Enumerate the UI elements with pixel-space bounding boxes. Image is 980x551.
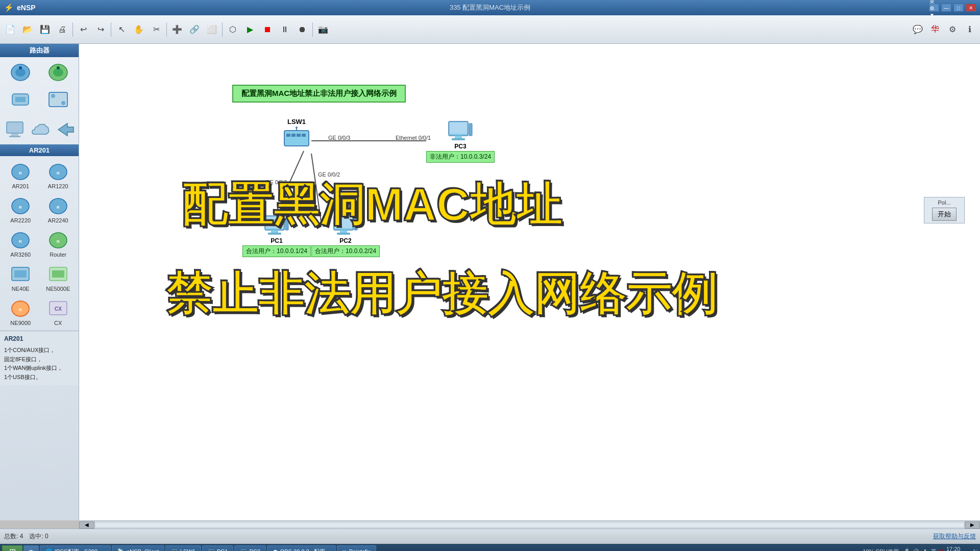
- toolbar-info[interactable]: ℹ: [962, 21, 978, 38]
- svg-point-9: [51, 94, 55, 98]
- sidebar-item-router[interactable]: R Router: [40, 227, 77, 260]
- sidebar-item-generic4[interactable]: [40, 87, 77, 112]
- node-lsw1[interactable]: LSW1: [283, 118, 310, 150]
- sidebar-extra-row: [0, 115, 79, 144]
- sidebar-item-arrow[interactable]: [54, 117, 78, 142]
- taskbar-item-pointofix[interactable]: ✏ Pointofix: [337, 545, 376, 551]
- toolbar: 📄 📂 💾 🖨 ↩ ↪ ↖ ✋ ✂ ➕ 🔗 ⬜ ⬡ ▶ ⏹ ⏸ ⏺ 📷 💬 华 …: [0, 15, 980, 44]
- close-button[interactable]: ✕: [966, 4, 976, 12]
- sidebar-item-ar2220[interactable]: R AR2220: [3, 193, 39, 226]
- toolbar-save[interactable]: 💾: [37, 21, 53, 38]
- toolbar-pointer[interactable]: ↖: [113, 21, 130, 38]
- lsw1-task-label: LSW1: [180, 548, 195, 551]
- toolbar-huawei[interactable]: 华: [927, 21, 943, 38]
- maximize-button[interactable]: □: [953, 4, 964, 12]
- status-help-link[interactable]: 获取帮助与反馈: [933, 532, 976, 541]
- toolbar-undo[interactable]: ↩: [75, 21, 91, 38]
- svg-text:R: R: [19, 308, 22, 312]
- scroll-right[interactable]: ▶: [965, 521, 980, 529]
- pol-title: Pol...: [938, 199, 950, 206]
- taskbar-lang[interactable]: 英: [931, 548, 937, 552]
- canvas[interactable]: 配置黑洞MAC地址禁止非法用户接入网络示例 LSW1: [79, 44, 980, 520]
- toolbar-topology[interactable]: ⬡: [225, 21, 241, 38]
- toolbar-select[interactable]: ⬜: [204, 21, 220, 38]
- sidebar-item-ar3260[interactable]: R AR3260: [3, 227, 39, 260]
- menu-button[interactable]: 菜单▼: [929, 4, 939, 12]
- scroll-left[interactable]: ◀: [79, 521, 94, 529]
- horizontal-scrollbar[interactable]: ◀ ▶: [79, 520, 980, 529]
- pc1-label: PC1: [271, 237, 282, 244]
- toolbar-redo[interactable]: ↪: [92, 21, 109, 38]
- taskbar-network-icon[interactable]: 🖧: [922, 548, 928, 551]
- sidebar-item-generic2[interactable]: [40, 60, 77, 85]
- toolbar-settings[interactable]: ⚙: [944, 21, 961, 38]
- sidebar-item-pc[interactable]: [3, 117, 27, 142]
- toolbar-stop[interactable]: ⏹: [259, 21, 276, 38]
- sidebar-item-generic3[interactable]: [3, 87, 39, 112]
- toolbar-play[interactable]: ▶: [242, 21, 258, 38]
- sidebar-header-router: 路由器: [0, 44, 79, 57]
- start-button[interactable]: ⊞: [2, 545, 22, 551]
- taskbar-speaker-icon[interactable]: 🔊: [912, 548, 919, 552]
- app-logo: ⚡: [4, 3, 14, 12]
- description-text: 1个CON/AUX接口， 固定8FE接口， 1个WAN侧uplink接口， 1个…: [4, 346, 75, 382]
- taskbar-item-pc3[interactable]: 💻 PC3: [234, 545, 265, 551]
- toolbar-delete[interactable]: ✂: [148, 21, 164, 38]
- minimize-button[interactable]: —: [941, 4, 951, 12]
- pc3-icon: [448, 120, 473, 143]
- toolbar-link[interactable]: 🔗: [186, 21, 203, 38]
- sidebar-item-ne9000[interactable]: R NE9000: [3, 295, 39, 328]
- titlebar-controls: 菜单▼ — □ ✕: [929, 4, 976, 12]
- svg-point-1: [15, 68, 26, 77]
- svg-marker-14: [58, 123, 74, 136]
- sidebar-item-ar2240[interactable]: R AR2240: [40, 193, 77, 226]
- pc1-task-icon: 💻: [208, 548, 215, 552]
- toolbar-sep-1: [72, 22, 73, 37]
- toolbar-pause[interactable]: ⏸: [277, 21, 293, 38]
- toolbar-new[interactable]: 📄: [2, 21, 18, 38]
- sidebar-item-cx[interactable]: CX CX: [40, 295, 77, 328]
- toolbar-snapshot[interactable]: 📷: [315, 21, 331, 38]
- svg-text:CX: CX: [55, 306, 62, 312]
- router-label: Router: [50, 252, 66, 258]
- pol-start-button[interactable]: 开始: [932, 208, 957, 221]
- sidebar-item-cloud[interactable]: [29, 117, 52, 142]
- taskbar-item-ensp[interactable]: 📡 eNSP_Client: [112, 545, 164, 551]
- taskbar-sougou-icon[interactable]: S: [940, 548, 943, 551]
- sidebar: 路由器: [0, 44, 79, 520]
- taskbar-item-lsw1[interactable]: 💻 LSW1: [165, 545, 201, 551]
- taskbar-mic-icon[interactable]: 🎤: [902, 548, 909, 552]
- pc2-label: PC2: [339, 237, 351, 244]
- taskbar-ai-label[interactable]: Ai: [972, 548, 978, 552]
- sidebar-item-ne40e[interactable]: NE40E: [3, 261, 39, 294]
- toolbar-print[interactable]: 🖨: [54, 21, 70, 38]
- cloud-icon: [30, 119, 51, 140]
- router-icon-4: [47, 89, 69, 110]
- cx-icon: CX: [47, 297, 69, 319]
- sidebar-item-ar201[interactable]: R AR201: [3, 159, 39, 191]
- toolbar-sep-5: [312, 22, 313, 37]
- obs-label: OBS 30.0.2 - 配置...: [280, 548, 330, 552]
- pc1-tag: 合法用户：10.0.0.1/24: [242, 245, 311, 257]
- pc-icon: [4, 119, 26, 140]
- sidebar-item-ne5000e[interactable]: NE5000E: [40, 261, 77, 294]
- toolbar-open[interactable]: 📂: [19, 21, 36, 38]
- ipsg-label: IPSG配置 - S300, ...: [55, 548, 105, 552]
- taskbar-item-obs[interactable]: ⏺ OBS 30.0.2 - 配置...: [267, 545, 336, 551]
- sidebar-item-ar1220[interactable]: R AR1220: [40, 159, 77, 191]
- ar3260-label: AR3260: [10, 252, 31, 258]
- node-pc3[interactable]: PC3 非法用户：10.0.0.3/24: [426, 120, 495, 163]
- toolbar-record[interactable]: ⏺: [294, 21, 310, 38]
- taskbar-view-button[interactable]: ⧉: [23, 545, 39, 551]
- taskbar-item-pc1[interactable]: 💻 PC1: [202, 545, 233, 551]
- taskbar-item-ipsg[interactable]: 🌐 IPSG配置 - S300, ...: [40, 545, 111, 551]
- sidebar-item-generic1[interactable]: [3, 60, 39, 85]
- toolbar-hand[interactable]: ✋: [131, 21, 147, 38]
- toolbar-add[interactable]: ➕: [169, 21, 185, 38]
- titlebar-left: ⚡ eNSP: [4, 3, 36, 12]
- toolbar-chat[interactable]: 💬: [910, 21, 926, 38]
- svg-rect-47: [455, 136, 462, 138]
- svg-rect-46: [450, 122, 467, 134]
- diagram-title-banner: 配置黑洞MAC地址禁止非法用户接入网络示例: [232, 85, 406, 103]
- svg-rect-28: [14, 270, 27, 278]
